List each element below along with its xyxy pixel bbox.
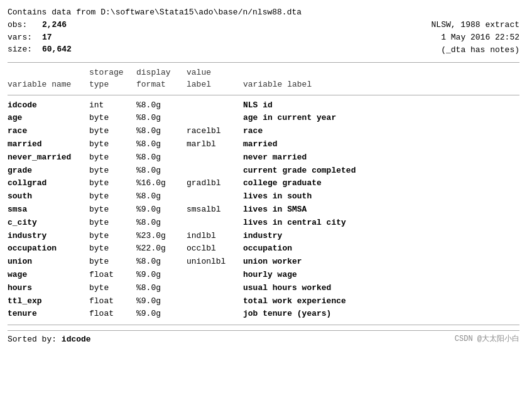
var-name: idcode xyxy=(8,99,89,112)
var-display: %8.0g xyxy=(136,99,187,112)
watermark: CSDN @大太阳小白 xyxy=(455,333,519,344)
var-value xyxy=(187,217,243,230)
table-row: union byte %8.0g unionlbl union worker xyxy=(8,256,519,269)
var-storage: byte xyxy=(89,230,136,243)
var-name: wage xyxy=(8,269,89,282)
var-storage: byte xyxy=(89,151,136,164)
table-row: idcode int %8.0g NLS id xyxy=(8,99,519,112)
var-value: gradlbl xyxy=(187,177,243,190)
var-name: union xyxy=(8,256,89,269)
column-headers: storage display value variable name type… xyxy=(8,67,519,91)
var-storage: byte xyxy=(89,256,136,269)
col-storage-h2: type xyxy=(89,78,136,91)
col-varlabel-h1 xyxy=(243,67,519,79)
var-display: %8.0g xyxy=(136,112,187,125)
var-display: %23.0g xyxy=(136,230,187,243)
var-label: total work experience xyxy=(243,295,519,308)
var-storage: byte xyxy=(89,217,136,230)
var-display: %8.0g xyxy=(136,190,187,203)
table-row: occupation byte %22.0g occlbl occupation xyxy=(8,242,519,256)
var-name: race xyxy=(8,125,89,138)
table-row: never_married byte %8.0g never married xyxy=(8,151,519,164)
var-display: %8.0g xyxy=(136,164,187,178)
var-value xyxy=(187,308,243,321)
sorted-value: idcode xyxy=(62,335,91,344)
var-name: south xyxy=(8,190,89,203)
size-label: size: xyxy=(8,43,42,56)
var-label: usual hours worked xyxy=(243,282,519,295)
var-display: %8.0g xyxy=(136,151,187,164)
var-name: age xyxy=(8,112,89,125)
table-row: grade byte %8.0g current grade completed xyxy=(8,164,519,178)
var-display: %8.0g xyxy=(136,125,187,138)
sorted-by: Sorted by: idcode xyxy=(8,335,91,344)
var-display: %16.0g xyxy=(136,177,187,190)
obs-label: obs: xyxy=(8,19,42,31)
var-value: indlbl xyxy=(187,230,243,243)
var-label: industry xyxy=(243,230,519,243)
var-label: married xyxy=(243,138,519,151)
col-value-h2: label xyxy=(187,78,243,91)
divider-1 xyxy=(8,62,519,63)
table-row: married byte %8.0g marlbl married xyxy=(8,138,519,151)
var-name: c_city xyxy=(8,217,89,230)
var-display: %22.0g xyxy=(136,242,187,256)
col-varlabel-h2: variable label xyxy=(243,78,519,91)
right-line1: NLSW, 1988 extract xyxy=(432,19,519,31)
var-storage: int xyxy=(89,99,136,112)
var-name: tenure xyxy=(8,308,89,321)
var-display: %8.0g xyxy=(136,282,187,295)
var-label: never married xyxy=(243,151,519,164)
var-label: lives in SMSA xyxy=(243,203,519,217)
obs-vars-row: obs: 2,246 vars: 17 size: 60,642 NLSW, 1… xyxy=(8,19,519,57)
var-name: occupation xyxy=(8,242,89,256)
var-storage: byte xyxy=(89,177,136,190)
var-value xyxy=(187,99,243,112)
table-row: industry byte %23.0g indlbl industry xyxy=(8,230,519,243)
var-value: unionlbl xyxy=(187,256,243,269)
var-label: lives in south xyxy=(243,190,519,203)
var-value: racelbl xyxy=(187,125,243,138)
col-varname-h1 xyxy=(8,67,89,79)
col-header-row2: variable name type format label variable… xyxy=(8,78,519,91)
var-storage: byte xyxy=(89,242,136,256)
size-value: 60,642 xyxy=(42,43,92,56)
header-section: Contains data from D:\software\Stata15\a… xyxy=(8,6,519,57)
var-name: collgrad xyxy=(8,177,89,190)
data-rows-container: idcode int %8.0g NLS id age byte %8.0g a… xyxy=(8,99,519,321)
contains-line: Contains data from D:\software\Stata15\a… xyxy=(8,6,302,19)
table-row: tenure float %9.0g job tenure (years) xyxy=(8,308,519,321)
col-storage-h1: storage xyxy=(89,67,136,79)
var-storage: byte xyxy=(89,282,136,295)
var-name: never_married xyxy=(8,151,89,164)
var-label: hourly wage xyxy=(243,269,519,282)
var-label: age in current year xyxy=(243,112,519,125)
obs-vars-left: obs: 2,246 vars: 17 size: 60,642 xyxy=(8,19,92,57)
var-display: %8.0g xyxy=(136,256,187,269)
var-display: %9.0g xyxy=(136,269,187,282)
col-header-row1: storage display value xyxy=(8,67,519,79)
table-row: c_city byte %8.0g lives in central city xyxy=(8,217,519,230)
var-label: current grade completed xyxy=(243,164,519,178)
right-line2: 1 May 2016 22:52 xyxy=(432,31,519,44)
contains-row: Contains data from D:\software\Stata15\a… xyxy=(8,6,519,19)
var-label: job tenure (years) xyxy=(243,308,519,321)
var-storage: byte xyxy=(89,164,136,178)
var-name: industry xyxy=(8,230,89,243)
header-right: NLSW, 1988 extract 1 May 2016 22:52 (_dt… xyxy=(432,19,519,57)
var-label: race xyxy=(243,125,519,138)
table-row: collgrad byte %16.0g gradlbl college gra… xyxy=(8,177,519,190)
var-storage: float xyxy=(89,308,136,321)
var-name: grade xyxy=(8,164,89,178)
vars-line: vars: 17 xyxy=(8,31,92,44)
var-label: lives in central city xyxy=(243,217,519,230)
var-value xyxy=(187,282,243,295)
var-storage: byte xyxy=(89,125,136,138)
var-value xyxy=(187,190,243,203)
var-label: college graduate xyxy=(243,177,519,190)
sorted-label: Sorted by: xyxy=(8,335,57,344)
obs-line: obs: 2,246 xyxy=(8,19,92,31)
var-label: NLS id xyxy=(243,99,519,112)
table-row: hours byte %8.0g usual hours worked xyxy=(8,282,519,295)
table-row: south byte %8.0g lives in south xyxy=(8,190,519,203)
